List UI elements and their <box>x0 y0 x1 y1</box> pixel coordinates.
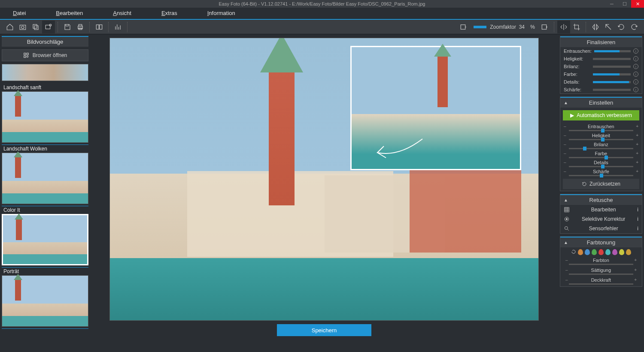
slider-minus[interactable]: – <box>564 133 566 139</box>
slider-plus[interactable]: + <box>636 160 638 166</box>
slider-plus[interactable]: + <box>634 277 637 283</box>
auto-enhance-button[interactable]: ▶ Automatisch verbessern <box>563 110 639 120</box>
toning-slider[interactable] <box>569 283 633 285</box>
color-drop[interactable] <box>592 249 597 255</box>
slider-minus[interactable]: – <box>564 160 566 166</box>
slider-minus[interactable]: – <box>565 277 568 283</box>
preset-thumb-color-it[interactable] <box>2 214 88 265</box>
slider-plus[interactable]: + <box>636 169 638 175</box>
crop-icon[interactable] <box>570 21 583 33</box>
preview-inset <box>350 46 521 170</box>
left-panel: Bildvorschläge Browser öffnen Landschaft… <box>0 34 90 352</box>
camera-icon[interactable] <box>16 21 29 33</box>
menu-extras[interactable]: Extras <box>161 10 177 16</box>
redo-icon[interactable] <box>628 21 641 33</box>
menu-information[interactable]: Information <box>207 10 235 16</box>
slider-plus[interactable]: + <box>634 258 637 263</box>
image-canvas[interactable] <box>109 38 539 321</box>
preset-thumb-landschaft-sanft[interactable] <box>2 91 88 143</box>
slider-minus[interactable]: – <box>564 169 566 175</box>
toning-slider[interactable] <box>569 264 633 265</box>
save-icon[interactable] <box>61 21 74 33</box>
settings-icon[interactable] <box>42 21 55 33</box>
copy-icon[interactable] <box>29 21 42 33</box>
color-drop[interactable] <box>598 249 604 255</box>
slider-entrauschen[interactable] <box>569 130 633 131</box>
svg-rect-10 <box>100 24 102 29</box>
mirror-icon[interactable] <box>589 21 602 33</box>
compare-icon[interactable] <box>93 21 106 33</box>
retouch-selektive-korrektur[interactable]: Selektive Korrektur i <box>560 214 642 224</box>
info-icon[interactable]: i <box>637 216 638 222</box>
minimize-button[interactable]: ─ <box>605 0 618 8</box>
slider-minus[interactable]: – <box>565 258 568 263</box>
maximize-button[interactable]: ☐ <box>618 0 631 8</box>
info-icon[interactable]: i <box>633 56 638 61</box>
canvas-area: Speichern <box>90 34 558 352</box>
refresh-icon[interactable] <box>571 249 576 254</box>
info-icon[interactable]: i <box>633 64 638 69</box>
info-icon[interactable]: i <box>633 79 638 84</box>
info-icon[interactable]: i <box>633 87 638 92</box>
toning-label: Farbton <box>593 258 609 263</box>
finalize-bar[interactable] <box>593 73 631 75</box>
color-drop[interactable] <box>612 249 617 255</box>
slider-minus[interactable]: – <box>565 268 568 273</box>
undo-icon[interactable] <box>615 21 628 33</box>
finalize-bar[interactable] <box>593 58 631 60</box>
print-icon[interactable] <box>74 21 87 33</box>
svg-rect-12 <box>542 24 547 29</box>
reset-button[interactable]: Zurücksetzen <box>563 179 639 189</box>
zoom-in-icon[interactable] <box>538 21 551 33</box>
slider-minus[interactable]: – <box>564 151 566 157</box>
color-drop[interactable] <box>578 249 583 255</box>
slider-minus[interactable]: – <box>564 124 566 130</box>
toning-header[interactable]: ▲Farbtonung <box>560 237 642 247</box>
save-button[interactable]: Speichern <box>277 324 371 336</box>
adjust-header[interactable]: ▲Einstellen <box>560 97 642 108</box>
color-drop[interactable] <box>619 249 624 255</box>
info-icon[interactable]: i <box>633 48 638 54</box>
retouch-sensorfehler[interactable]: Sensorfehler i <box>560 224 642 233</box>
slider-minus[interactable]: – <box>564 142 566 148</box>
zoom-out-icon[interactable] <box>457 21 470 33</box>
histogram-icon[interactable] <box>112 21 125 33</box>
slider-plus[interactable]: + <box>634 268 637 273</box>
slider-details[interactable] <box>569 166 633 167</box>
slider-plus[interactable]: + <box>636 151 638 157</box>
finalize-bar[interactable] <box>593 89 631 91</box>
slider-brilanz[interactable] <box>569 148 633 149</box>
finalize-bar[interactable] <box>594 50 631 52</box>
rotate-icon[interactable] <box>602 21 615 33</box>
close-button[interactable]: ✕ <box>631 0 644 8</box>
slider-plus[interactable]: + <box>636 124 638 130</box>
retouch-header[interactable]: ▲Retusche <box>560 194 642 205</box>
finalize-bar[interactable] <box>593 66 631 68</box>
info-icon[interactable]: i <box>637 226 638 232</box>
info-icon[interactable]: i <box>633 72 638 77</box>
slider-farbe[interactable] <box>569 157 633 158</box>
filmstrip[interactable] <box>2 64 88 81</box>
flip-horizontal-icon[interactable] <box>557 21 570 33</box>
toning-slider[interactable] <box>569 274 633 275</box>
menu-datei[interactable]: Datei <box>13 10 26 16</box>
browser-open-button[interactable]: Browser öffnen <box>2 49 88 61</box>
zoom-slider[interactable] <box>474 26 486 28</box>
slider-heligkeit[interactable] <box>569 139 633 140</box>
finalize-bar[interactable] <box>593 81 631 83</box>
color-drop[interactable] <box>585 249 590 255</box>
retouch-bearbeiten[interactable]: Bearbeiten i <box>560 205 642 214</box>
info-icon[interactable]: i <box>637 207 638 213</box>
slider-plus[interactable]: + <box>636 142 638 148</box>
menu-bearbeiten[interactable]: Bearbeiten <box>56 10 83 16</box>
main-toolbar: Zoomfaktor 34 % <box>0 19 644 34</box>
color-drop[interactable] <box>626 249 631 255</box>
home-icon[interactable] <box>3 21 16 33</box>
slider-schärfe[interactable] <box>569 175 633 176</box>
svg-rect-9 <box>96 24 99 29</box>
preset-thumb-landschaft-wolken[interactable] <box>2 153 88 204</box>
menu-ansicht[interactable]: Ansicht <box>113 10 131 16</box>
preset-thumb-porträt[interactable] <box>2 275 88 327</box>
color-drop[interactable] <box>605 249 611 255</box>
slider-plus[interactable]: + <box>636 133 638 139</box>
